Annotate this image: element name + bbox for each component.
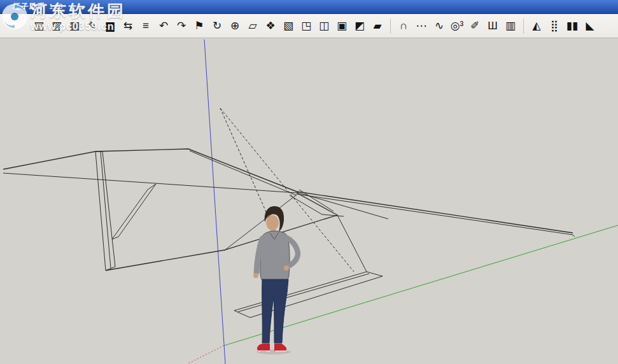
tool-dotted-line-icon[interactable]: ⋯ [413,18,430,34]
toolbar-separator [523,18,524,34]
window-version: 1.20 [49,3,62,10]
tool-crosshair-icon[interactable]: ⊕ [227,18,243,34]
tool-bar-chart-icon[interactable]: ▆ [102,18,118,34]
tool-rotate-icon[interactable]: ↻ [209,18,225,34]
tool-diamond-grid-icon[interactable]: ❖ [262,18,279,34]
person-face [266,215,279,230]
tool-spiral-3-icon[interactable]: ◎³ [449,18,465,34]
tool-arch-icon[interactable]: ∩ [395,18,412,34]
tool-pivot-box-icon[interactable]: ◳ [298,18,314,34]
toolbar-separator [390,18,391,34]
tool-fence-icon[interactable]: ▤ [31,18,47,34]
tool-twin-box-icon[interactable]: ◫ [316,18,332,34]
tool-comb-icon[interactable]: Ш [484,18,501,34]
tool-curve-right-icon[interactable]: ↷ [173,18,190,34]
tool-dot-grid-icon[interactable]: ⣿ [546,18,563,34]
tool-grid-icon[interactable]: ▦ [66,18,83,34]
viewport-background [0,38,618,364]
tool-swap-arrows-icon[interactable]: ⇆ [120,18,136,34]
tool-mirror-icon[interactable]: ◭ [528,18,545,34]
tool-hatch-pen-icon[interactable]: ✐ [467,18,483,34]
tool-shear-icon[interactable]: ▰ [369,18,386,34]
tool-plane-icon[interactable]: ▱ [244,18,261,34]
tool-flag-icon[interactable]: ⚑ [191,18,207,34]
tool-extrude-box-icon[interactable]: ▣ [334,18,350,34]
window-title-text: 坯子助手 [13,2,46,11]
tool-colosseum-icon[interactable]: ▥ [502,18,519,34]
app-window: 坯子助手1.20 ▤▨▦✎▆⇆≡↶↷⚑↻⊕▱❖▧◳◫▣◩▰∩⋯∿◎³✐Ш▥◭⣿▮… [0,0,618,364]
toolbar: ▤▨▦✎▆⇆≡↶↷⚑↻⊕▱❖▧◳◫▣◩▰∩⋯∿◎³✐Ш▥◭⣿▮▮◣ [0,14,618,38]
title-bar[interactable]: 坯子助手1.20 [0,0,618,14]
tool-hatch-icon[interactable]: ▨ [48,18,65,34]
tool-pencil-icon[interactable]: ✎ [84,18,101,34]
window-title: 坯子助手1.20 [13,1,62,12]
tool-pillars-icon[interactable]: ▮▮ [564,18,580,34]
tool-corner-shade-icon[interactable]: ◩ [351,18,368,34]
tool-curve-left-icon[interactable]: ↶ [155,18,172,34]
person-left-hand [253,273,258,278]
person-right-hand [284,265,289,270]
tool-layers-icon[interactable]: ▧ [280,18,297,34]
tool-align-lines-icon[interactable]: ≡ [137,18,154,34]
3d-viewport[interactable] [0,38,618,364]
tool-wave-icon[interactable]: ∿ [431,18,447,34]
tool-corner-triangle-icon[interactable]: ◣ [582,18,598,34]
